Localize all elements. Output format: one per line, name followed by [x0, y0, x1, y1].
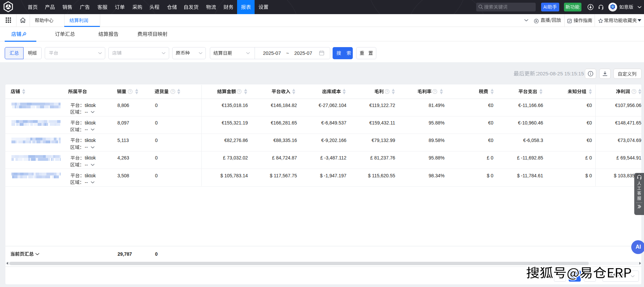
svg-text:?: ? [633, 89, 635, 93]
svg-text:?: ? [129, 89, 131, 93]
svg-text:?: ? [172, 89, 174, 93]
svg-text:?: ? [238, 89, 240, 93]
svg-text:?: ? [434, 89, 435, 93]
svg-text:?: ? [386, 89, 388, 93]
svg-text:ECCANG: ECCANG [610, 9, 615, 11]
